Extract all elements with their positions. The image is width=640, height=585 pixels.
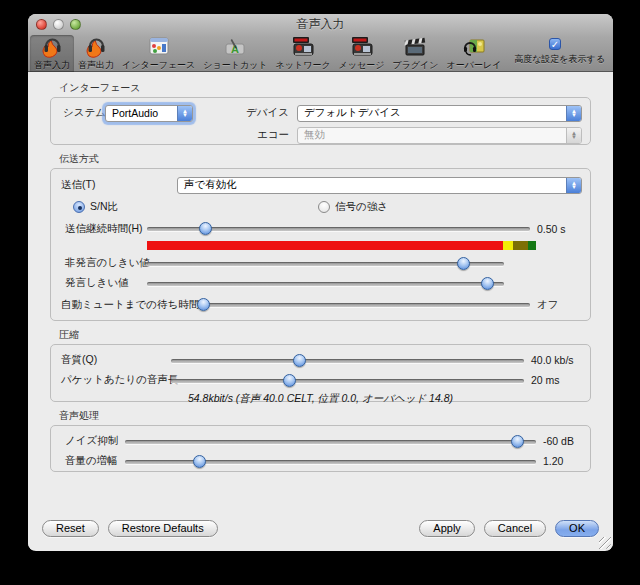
device-label: デバイス bbox=[193, 106, 297, 120]
toolbar-item-overlay[interactable]: オーバーレイ bbox=[443, 35, 506, 74]
packet-length-label: パケットあたりの音声長 bbox=[59, 373, 171, 387]
toolbar-item-shortcuts[interactable]: A ショートカット bbox=[199, 35, 271, 74]
combo-stepper-icon: ▲▼ bbox=[566, 106, 581, 121]
cancel-button[interactable]: Cancel bbox=[484, 520, 546, 537]
bitrate-summary: 54.8kbit/s (音声 40.0 CELT, 位置 0.0, オーバヘッド… bbox=[59, 390, 582, 406]
slider-handle[interactable] bbox=[457, 257, 470, 270]
messages-icon bbox=[349, 36, 375, 58]
slider-handle[interactable] bbox=[193, 455, 206, 468]
toolbar-label: ネットワーク bbox=[276, 59, 331, 72]
level-bar-segment bbox=[147, 241, 503, 250]
echo-label: エコー bbox=[193, 128, 297, 142]
system-label: システム bbox=[59, 106, 105, 120]
reset-button[interactable]: Reset bbox=[42, 520, 99, 537]
audio-output-icon bbox=[83, 36, 109, 58]
toolbar-item-interface[interactable]: インターフェース bbox=[118, 35, 199, 74]
level-bar bbox=[147, 241, 536, 250]
settings-window: 音声入力 音声入力 音声出力 bbox=[28, 14, 613, 551]
amplification-label: 音量の増幅 bbox=[59, 454, 125, 468]
silence-threshold-slider[interactable] bbox=[147, 257, 504, 270]
noise-suppression-value: -60 dB bbox=[536, 435, 582, 447]
idle-mute-slider[interactable] bbox=[197, 298, 530, 311]
close-button[interactable] bbox=[36, 19, 47, 30]
toolbar-item-messages[interactable]: メッセージ bbox=[335, 35, 389, 74]
silence-threshold-label: 非発言のしきい値 bbox=[59, 256, 147, 270]
window-title: 音声入力 bbox=[28, 14, 613, 34]
hold-time-label: 送信継続時間(H) bbox=[59, 222, 147, 236]
advanced-settings-checkbox[interactable]: ✓ bbox=[549, 38, 561, 50]
minimize-button[interactable] bbox=[53, 19, 64, 30]
hold-time-slider[interactable] bbox=[147, 222, 530, 235]
toolbar-item-network[interactable]: ネットワーク bbox=[272, 35, 335, 74]
group-title-compression: 圧縮 bbox=[59, 328, 591, 342]
system-combo[interactable]: PortAudio ▲▼ bbox=[105, 105, 193, 122]
slider-handle[interactable] bbox=[197, 298, 210, 311]
level-bar-segment bbox=[503, 241, 513, 250]
resize-grip[interactable] bbox=[599, 537, 611, 549]
toolbar-item-plugins[interactable]: プラグイン bbox=[388, 35, 442, 74]
group-interface: システム PortAudio ▲▼ デバイス デフォルトデバイス ▲▼ エコー … bbox=[50, 97, 591, 145]
speech-threshold-slider[interactable] bbox=[147, 277, 504, 290]
toolbar-label: インターフェース bbox=[122, 59, 195, 72]
device-combo[interactable]: デフォルトデバイス ▲▼ bbox=[297, 105, 582, 122]
zoom-button[interactable] bbox=[70, 19, 81, 30]
speech-threshold-label: 発言しきい値 bbox=[59, 276, 147, 290]
toolbar-label: オーバーレイ bbox=[447, 59, 502, 72]
group-transmission: 送信(T) 声で有効化 ▲▼ S/N比 信号の強さ 送信継続時間(H) 0 bbox=[50, 168, 591, 321]
slider-handle[interactable] bbox=[481, 277, 494, 290]
transmit-mode-combo[interactable]: 声で有効化 ▲▼ bbox=[177, 177, 582, 194]
settings-content: インターフェース システム PortAudio ▲▼ デバイス デフォルトデバイ… bbox=[28, 72, 613, 550]
quality-slider[interactable] bbox=[171, 354, 524, 367]
amplitude-radio[interactable] bbox=[318, 201, 330, 213]
noise-suppression-label: ノイズ抑制 bbox=[59, 434, 125, 448]
slider-handle[interactable] bbox=[199, 222, 212, 235]
group-audio-processing: ノイズ抑制 -60 dB 音量の増幅 1.20 bbox=[50, 425, 591, 472]
traffic-lights bbox=[36, 19, 81, 30]
apply-button[interactable]: Apply bbox=[419, 520, 475, 537]
combo-stepper-icon: ▲▼ bbox=[566, 128, 581, 143]
titlebar[interactable]: 音声入力 bbox=[28, 14, 613, 34]
toolbar-item-audio-output[interactable]: 音声出力 bbox=[74, 35, 118, 74]
combo-stepper-icon: ▲▼ bbox=[177, 106, 192, 121]
slider-handle[interactable] bbox=[293, 354, 306, 367]
noise-suppression-slider[interactable] bbox=[125, 435, 536, 448]
echo-combo: 無効 ▲▼ bbox=[297, 127, 582, 144]
window-header: 音声入力 音声入力 音声出力 bbox=[28, 14, 613, 72]
group-compression: 音質(Q) 40.0 kb/s パケットあたりの音声長 20 ms 54.8kb… bbox=[50, 344, 591, 402]
amplitude-radio-label: 信号の強さ bbox=[335, 200, 388, 214]
plugins-icon bbox=[402, 36, 428, 58]
button-row: Reset Restore Defaults Apply Cancel OK bbox=[28, 520, 613, 537]
slider-handle[interactable] bbox=[511, 435, 524, 448]
group-title-audio-processing: 音声処理 bbox=[59, 409, 591, 423]
advanced-settings-label: 高度な設定を表示する bbox=[514, 53, 605, 66]
network-icon bbox=[290, 36, 316, 58]
audio-input-icon bbox=[39, 36, 65, 58]
level-bar-segment bbox=[528, 241, 536, 250]
quality-label: 音質(Q) bbox=[59, 353, 171, 367]
ok-button[interactable]: OK bbox=[555, 520, 599, 537]
group-title-interface: インターフェース bbox=[59, 81, 591, 95]
transmit-label: 送信(T) bbox=[59, 178, 177, 192]
amplification-slider[interactable] bbox=[125, 455, 536, 468]
hold-time-value: 0.50 s bbox=[530, 223, 582, 235]
toolbar-item-audio-input[interactable]: 音声入力 bbox=[30, 35, 74, 74]
idle-mute-value: オフ bbox=[530, 298, 582, 312]
restore-defaults-button[interactable]: Restore Defaults bbox=[108, 520, 218, 537]
toolbar-label: ショートカット bbox=[203, 59, 267, 72]
advanced-settings: ✓ 高度な設定を表示する bbox=[514, 35, 609, 66]
snr-radio[interactable] bbox=[73, 201, 85, 213]
slider-handle[interactable] bbox=[283, 374, 296, 387]
snr-radio-label: S/N比 bbox=[90, 200, 118, 214]
toolbar-label: プラグイン bbox=[392, 59, 438, 72]
combo-stepper-icon: ▲▼ bbox=[566, 178, 581, 193]
level-bar-segment bbox=[513, 241, 529, 250]
idle-mute-label: 自動ミュートまでの待ち時間 bbox=[59, 298, 197, 312]
toolbar: 音声入力 音声出力 bbox=[28, 34, 613, 71]
toolbar-label: メッセージ bbox=[339, 59, 385, 72]
packet-length-value: 20 ms bbox=[524, 374, 582, 386]
interface-icon bbox=[146, 36, 172, 58]
toolbar-label: 音声出力 bbox=[78, 59, 114, 72]
packet-length-slider[interactable] bbox=[171, 374, 524, 387]
amplification-value: 1.20 bbox=[536, 455, 582, 467]
group-title-transmission: 伝送方式 bbox=[59, 152, 591, 166]
